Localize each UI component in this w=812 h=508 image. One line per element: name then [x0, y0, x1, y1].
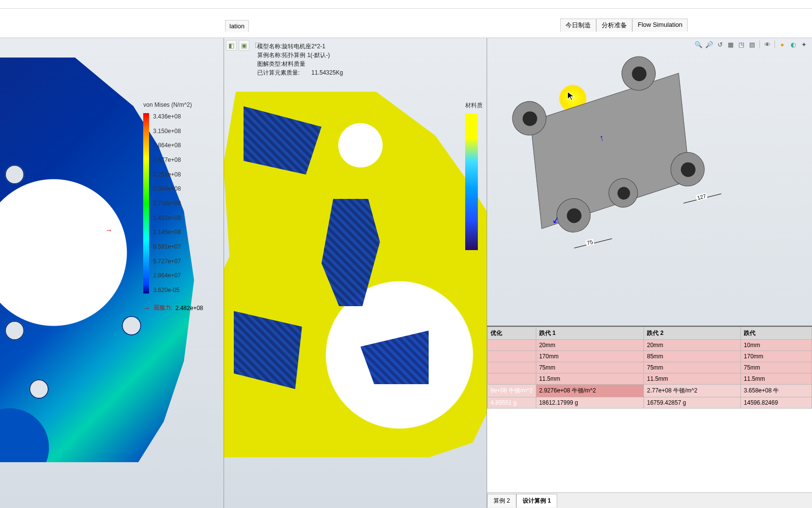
viewport-stress[interactable]: von Mises (N/m^2) → 3.436e+08 3.150e+08 … [0, 38, 224, 508]
row-label [488, 373, 536, 385]
heads-up-toolbar: 🔍 🔎 ↺ ▦ ◳ ▧ 👁 ● ◐ ✦ [694, 40, 808, 49]
view-box-icon[interactable]: ▣ [239, 40, 249, 51]
legend-colorbar [465, 114, 478, 250]
cell[interactable]: 16759.42857 g [644, 397, 741, 409]
view-orient-icon[interactable]: ◳ [737, 40, 746, 49]
prev-view-icon[interactable]: ↺ [716, 40, 724, 49]
legend-tick: 2.004e+08 [153, 185, 181, 192]
viewport-topology[interactable]: ◧ ▣ ⬚ 模型名称:旋转电机座2*2-1 算例名称:拓扑算例 1(-默认-) … [224, 38, 487, 508]
legend-tick: 1.718e+08 [153, 200, 181, 207]
label: 已计算元素质量: [257, 69, 300, 76]
zoom-window-icon[interactable]: 🔎 [705, 40, 714, 49]
yield-label: 屈服力: [153, 304, 172, 312]
cell[interactable]: 18612.17999 g [536, 397, 644, 409]
col-iter3[interactable]: 跌代 [741, 327, 812, 340]
tab-analysis-prep[interactable]: 分析准备 [596, 19, 632, 32]
tab-manufacture-today[interactable]: 今日制造 [560, 19, 596, 32]
legend-ticks: 3.436e+08 3.150e+08 2.864e+08 2.577e+08 … [153, 113, 181, 293]
title-bar [0, 0, 812, 9]
hole-icon [29, 379, 49, 399]
cad-model: ↑ ↙ 75 127 [500, 47, 727, 263]
scene-icon[interactable]: ◐ [789, 40, 797, 49]
dimension-value: 75 [585, 238, 595, 246]
material-mass-legend: 材料质 [465, 101, 483, 250]
dimension-value: 127 [696, 193, 708, 201]
stress-legend: von Mises (N/m^2) → 3.436e+08 3.150e+08 … [143, 101, 192, 293]
legend-colorbar [143, 113, 149, 293]
legend-title: von Mises (N/m^2) [143, 101, 192, 108]
legend-tick: 1.432e+08 [153, 215, 181, 221]
cell[interactable]: 14596.82469 [741, 397, 812, 409]
row-label: 8e+08 牛顿/m^2 [488, 385, 536, 397]
label: 模型名称: [257, 43, 282, 50]
legend-tick: 2.291e+08 [153, 171, 181, 178]
label: 图解类型: [257, 60, 282, 67]
zoom-fit-icon[interactable]: 🔍 [694, 40, 703, 49]
legend-tick: 3.620e-05 [153, 287, 181, 293]
legend-tick: 3.436e+08 [153, 113, 181, 120]
hole-icon [5, 165, 24, 184]
tab-flow-simulation[interactable]: Flow Simulation [632, 19, 688, 32]
cell[interactable]: 10mm [741, 340, 812, 351]
separator [774, 40, 775, 48]
legend-tick: 2.864e+07 [153, 272, 181, 279]
value: 11.54325Kg [311, 68, 343, 77]
viewport-mini-toolbar: ◧ ▣ [226, 40, 249, 51]
row-label [488, 351, 536, 362]
cad-plate [530, 73, 690, 229]
legend-tick: 3.150e+08 [153, 128, 181, 135]
hole-icon [5, 321, 24, 340]
label: 算例名称: [257, 52, 282, 59]
max-arrow-icon: → [105, 226, 113, 234]
hide-show-icon[interactable]: 👁 [763, 40, 772, 49]
cell[interactable]: 2.9276e+08 牛顿/m^2 [536, 385, 644, 397]
row-label [488, 362, 536, 373]
separator [759, 40, 760, 48]
row-label: 4.85551 g [488, 397, 536, 409]
hole-icon [122, 316, 141, 335]
cell[interactable]: 11.5mm [741, 373, 812, 385]
study-tabs: 算例 2 设计算例 1 [487, 492, 812, 508]
display-style-icon[interactable]: ▧ [748, 40, 756, 49]
yield-value: 2.482e+08 [175, 305, 203, 312]
legend-tick: 5.727e+07 [153, 258, 181, 265]
view-icon[interactable]: ◧ [226, 40, 237, 51]
arrow-right-icon: → [143, 304, 151, 312]
cell[interactable]: 11.5mm [536, 373, 644, 385]
cell[interactable]: 75mm [536, 362, 644, 373]
legend-tick: 8.591e+07 [153, 243, 181, 250]
yield-strength: → 屈服力: 2.482e+08 [143, 304, 203, 312]
cell[interactable]: 170mm [536, 351, 644, 362]
cell[interactable]: 20mm [644, 340, 741, 351]
results-table: 优化 跌代 1 跌代 2 跌代 20mm 20mm 10mm [487, 327, 812, 409]
cell[interactable]: 85mm [644, 351, 741, 362]
tab-simulation-partial[interactable]: lation [225, 20, 249, 32]
ribbon: lation 今日制造 分析准备 Flow Simulation [0, 9, 812, 38]
section-view-icon[interactable]: ▦ [726, 40, 735, 49]
value: 旋转电机座2*2-1 [282, 43, 325, 50]
design-study-results: 优化 跌代 1 跌代 2 跌代 20mm 20mm 10mm [487, 326, 812, 492]
plot-info-overlay: 模型名称:旋转电机座2*2-1 算例名称:拓扑算例 1(-默认-) 图解类型:材… [257, 42, 343, 77]
col-iter1[interactable]: 跌代 1 [536, 327, 644, 340]
cell[interactable]: 20mm [536, 340, 644, 351]
legend-title: 材料质 [465, 101, 483, 110]
study-tab-active[interactable]: 设计算例 1 [516, 494, 557, 508]
row-label [488, 340, 536, 351]
cell[interactable]: 170mm [741, 351, 812, 362]
legend-tick: 2.577e+08 [153, 156, 181, 163]
cell[interactable]: 3.658e+08 牛 [741, 385, 812, 397]
cell[interactable]: 75mm [644, 362, 741, 373]
value: 材料质量 [282, 60, 305, 67]
cell[interactable]: 75mm [741, 362, 812, 373]
col-iter2[interactable]: 跌代 2 [644, 327, 741, 340]
col-optimal[interactable]: 优化 [488, 327, 536, 340]
legend-tick: 1.145e+08 [153, 229, 181, 235]
legend-tick: 2.864e+08 [153, 142, 181, 149]
value: 拓扑算例 1(-默认-) [282, 52, 330, 59]
appearance-icon[interactable]: ● [778, 40, 787, 49]
cell[interactable]: 2.77e+08 牛顿/m^2 [644, 385, 741, 397]
cell[interactable]: 11.5mm [644, 373, 741, 385]
study-tab[interactable]: 算例 2 [487, 494, 516, 508]
render-icon[interactable]: ✦ [799, 40, 808, 49]
